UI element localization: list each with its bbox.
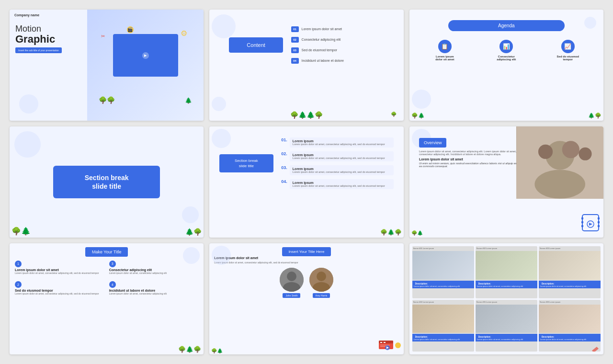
slide5-content-3: Lorem ipsum Lorem ipsum dolor sit amet, … <box>290 165 394 175</box>
slide5-item-3: 03. Lorem ipsum Lorem ipsum dolor sit am… <box>281 165 394 175</box>
slide7-item-4: 4 Incididunt ut labore et dolore Lorem i… <box>108 278 200 297</box>
agenda-icon-label-1: Lorem ipsumdolor sit amet <box>435 55 454 61</box>
agenda-icon-circle-3: 📈 <box>561 40 575 53</box>
agenda-icon-circle-2: 📊 <box>499 40 513 53</box>
item-num-3: 03 <box>291 47 299 53</box>
slide9-scene-5: Scene #05 Lorem ipsum <box>477 301 497 303</box>
slide7-ci-title-4: Incididunt ut labore et dolore <box>109 289 199 292</box>
slide8-profiles: John Smith Amy Harris <box>209 268 403 298</box>
item-text-4: Incididunt ut labore et dolore <box>302 59 344 62</box>
slide-5: Section break slide title 01. Lorem ipsu… <box>209 126 403 238</box>
slide7-title: Make Your Title <box>85 247 128 257</box>
slide4-trees-right: 🌲🌳 <box>185 228 202 236</box>
slide8-profile-circle-1 <box>280 268 304 292</box>
slide5-text-4: Lorem ipsum dolor sit amet, consectetur … <box>293 184 391 187</box>
slide9-cell-2: Scene #02 Lorem ipsum Description: Lorem… <box>476 246 537 298</box>
slide9-bg-2 <box>476 251 537 280</box>
slide7-ci-text-4: Lorem ipsum dolor sit amet, consectetur … <box>109 292 199 295</box>
slide7-trees: 🌳🌲🌳 <box>178 346 201 353</box>
slide2-trees: 🌳🌲🌲🌳 <box>290 111 323 119</box>
slide8-profile-circle-2 <box>309 268 333 292</box>
slide5-item-2: 02. Lorem ipsum Lorem ipsum dolor sit am… <box>281 151 394 161</box>
slide5-title-4: Lorem ipsum <box>293 181 391 184</box>
overview-title: Overview <box>419 138 447 148</box>
slide9-desc-3: Lorem ipsum dolor sit amet, consectetur … <box>540 285 599 287</box>
slide8-photo-2 <box>309 268 333 292</box>
agenda-icon-label-3: Sed do eiusmodtempor <box>557 55 579 61</box>
slide5-title-1: Lorem ipsum <box>293 139 391 143</box>
slide-grid: Company name Motion Graphic Insert the s… <box>10 10 603 354</box>
agenda-icons-row: 📋 Lorem ipsumdolor sit amet 📊 Consectetu… <box>409 40 603 61</box>
items-list: 01 Lorem ipsum dolor sit amet 02 Consect… <box>291 26 388 68</box>
section-break-box: Section break slide title <box>53 166 160 198</box>
slide5-num-4: 04. <box>281 179 287 184</box>
slide9-bg-6 <box>539 305 601 333</box>
slide5-title-3: Lorem ipsum <box>293 167 391 171</box>
title-motion: Motion <box>15 24 62 34</box>
slide6-photo <box>516 126 603 199</box>
svg-point-29 <box>395 342 401 348</box>
item-text-2: Consectetur adipiscing elit <box>302 38 341 41</box>
content-label: Content <box>247 42 265 48</box>
svg-rect-8 <box>581 221 583 223</box>
svg-point-19 <box>317 272 326 281</box>
slide5-left-title: Section break slide title <box>235 159 258 168</box>
slide5-content-2: Lorem ipsum Lorem ipsum dolor sit amet, … <box>290 151 394 161</box>
slide9-cell-3: Scene #03 Lorem ipsum Description: Lorem… <box>539 246 601 298</box>
slide8-trees: 🌳🌲 <box>211 348 223 353</box>
slide-1: Company name Motion Graphic Insert the s… <box>10 10 204 121</box>
slide8-title: Insert Your Title Here <box>282 247 331 256</box>
slide5-text-2: Lorem ipsum dolor sit amet, consectetur … <box>293 157 391 159</box>
section-break-title: Section break slide title <box>85 174 129 190</box>
svg-point-2 <box>534 170 585 198</box>
company-name: Company name <box>14 13 39 17</box>
slide9-label-6: Description: <box>540 335 599 338</box>
svg-point-4 <box>562 141 579 158</box>
slide9-bg-4 <box>412 305 474 333</box>
item-2: 02 Consectetur adipiscing elit <box>291 37 388 43</box>
slide9-cell-5: Scene #05 Lorem ipsum Description: Lorem… <box>476 300 537 352</box>
slide5-content-1: Lorem ipsum Lorem ipsum dolor sit amet, … <box>290 137 394 148</box>
slide9-scene-2: Scene #02 Lorem ipsum <box>477 247 497 250</box>
slide9-desc-box-3: Description: Lorem ipsum dolor sit amet,… <box>539 281 601 288</box>
slide9-desc-box-5: Description: Lorem ipsum dolor sit amet,… <box>476 334 537 341</box>
slide9-bg-3 <box>539 251 601 280</box>
slide5-right-list: 01. Lorem ipsum Lorem ipsum dolor sit am… <box>281 137 394 193</box>
slide9-desc-box-1: Description: Lorem ipsum dolor sit amet,… <box>412 281 474 288</box>
slide7-num-4: 4 <box>109 281 116 288</box>
slide5-content-4: Lorem ipsum Lorem ipsum dolor sit amet, … <box>290 179 394 189</box>
svg-point-3 <box>538 145 553 159</box>
svg-rect-24 <box>384 342 386 343</box>
slide-7: Make Your Title 1 Lorem ipsum dolor sit … <box>10 243 204 354</box>
slide5-left-box: Section break slide title <box>219 154 273 172</box>
slide7-num-2: 2 <box>15 281 22 288</box>
item-num-1: 01 <box>291 26 299 32</box>
illus-inner: ▶ 🌳🌳 🌲 ⚙ ✂ 🎬 <box>99 26 192 104</box>
slide-3: Agenda 📋 Lorem ipsumdolor sit amet 📊 Con… <box>409 10 603 121</box>
overview-text: Lorem ipsum dolor sit amet, consectetur … <box>419 150 520 156</box>
svg-rect-11 <box>598 221 600 223</box>
slide3-trees-right: 🌲🌳 <box>588 113 602 119</box>
slide9-label-5: Description: <box>477 335 536 338</box>
slide5-num-1: 01. <box>281 137 287 142</box>
slide9-desc-box-2: Description: Lorem ipsum dolor sit amet,… <box>476 281 537 288</box>
slide8-illus <box>378 338 402 353</box>
subtitle-box: Insert the sub title of your presentatio… <box>15 47 62 53</box>
agenda-icon-label-2: Consecteturadipiscing elit <box>497 55 516 61</box>
svg-point-5 <box>579 148 591 160</box>
slide4-trees-left: 🌳🌲 <box>11 227 31 236</box>
item-num-4: 04 <box>291 58 299 64</box>
item-1: 01 Lorem ipsum dolor sit amet <box>291 26 388 32</box>
slide7-num-1: 1 <box>15 261 22 267</box>
slide5-num-3: 03. <box>281 165 287 170</box>
agenda-icon-circle-1: 📋 <box>438 40 452 53</box>
slide9-desc-1: Lorem ipsum dolor sit amet, consectetur … <box>414 285 473 287</box>
svg-rect-7 <box>581 217 583 219</box>
slide9-desc-box-6: Description: Lorem ipsum dolor sit amet,… <box>539 334 601 341</box>
slide9-desc-4: Lorem ipsum dolor sit amet, consectetur … <box>414 338 473 341</box>
overview-bold: Lorem ipsum dolor sit amet <box>419 158 520 161</box>
slide9-label-4: Description: <box>414 335 473 338</box>
slide5-num-2: 02. <box>281 151 287 156</box>
overview-box: Overview Lorem ipsum dolor sit amet, con… <box>419 137 520 168</box>
slide7-item-2: 2 Sed do eiusmod tempor Lorem ipsum dolo… <box>13 278 106 297</box>
